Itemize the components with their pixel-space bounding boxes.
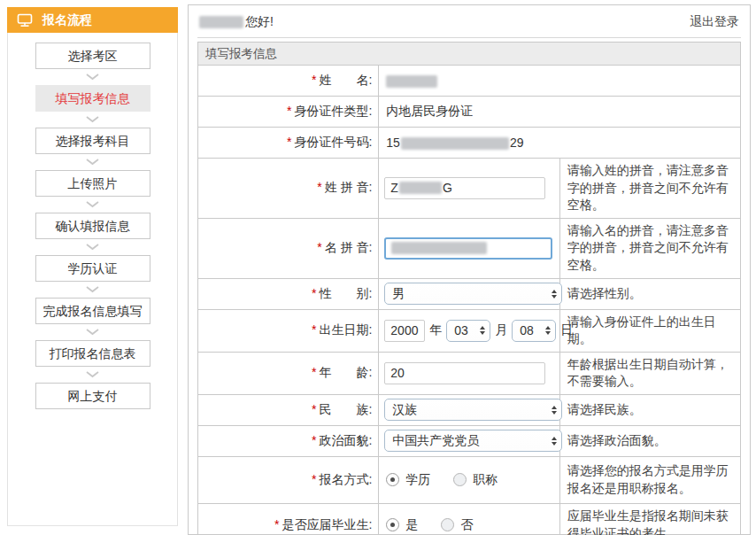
greeting-text: 您好!: [199, 14, 274, 30]
id-type-label: 身份证件类型:: [294, 104, 372, 118]
registration-method-hint: 请选择您的报名方式是用学历报名还是用职称报名。: [559, 456, 740, 503]
required-marker: *: [317, 180, 321, 194]
gender-label: 性 别:: [319, 286, 372, 300]
radio-selected-icon[interactable]: [386, 518, 399, 531]
radio-unselected-icon[interactable]: [453, 473, 467, 486]
age-label: 年 龄:: [319, 365, 372, 379]
required-marker: *: [312, 472, 316, 486]
chevron-down-icon: [86, 239, 99, 255]
ethnicity-hint: 请选择民族。: [559, 394, 740, 425]
political-status-select[interactable]: 中国共产党党员: [384, 430, 562, 452]
birth-month-select[interactable]: 03: [446, 320, 490, 342]
birth-year-input[interactable]: 2000: [384, 320, 425, 342]
redacted-name-value: [386, 75, 437, 88]
age-input[interactable]: 20: [384, 362, 545, 384]
main-panel: 您好! 退出登录 填写报考信息 *姓 名: *身份证件类型: 内地居民身份证 *…: [188, 4, 751, 535]
step-confirm-info[interactable]: 确认填报信息: [35, 213, 150, 239]
step-online-payment[interactable]: 网上支付: [35, 383, 150, 409]
redacted-pinyin: [391, 242, 487, 254]
step-education-verify[interactable]: 学历认证: [35, 255, 150, 282]
table-row: *民 族: 汉族 请选择民族。: [198, 394, 741, 425]
ethnicity-select[interactable]: 汉族: [384, 399, 562, 421]
birth-day-select[interactable]: 08: [512, 320, 556, 342]
step-list: 选择考区 填写报考信息 选择报考科目 上传照片 确认填报信息 学历认证 完成报名…: [8, 33, 177, 409]
logout-link[interactable]: 退出登录: [690, 14, 739, 30]
surname-pinyin-hint: 请输入姓的拼音，请注意多音字的拼音，拼音之间不允许有空格。: [559, 159, 740, 219]
table-row: *政治面貌: 中国共产党党员 请选择政治面貌。: [198, 425, 741, 456]
givenname-pinyin-label: 名 拼 音:: [325, 240, 373, 254]
ethnicity-label: 民 族:: [319, 402, 372, 416]
table-row: *性 别: 男 请选择性别。: [198, 278, 741, 309]
step-select-exam-area[interactable]: 选择考区: [35, 43, 150, 69]
table-row: *是否应届毕业生: 是 否 应届毕业生是指报名期间未获得毕业证书的考生。: [198, 503, 741, 535]
chevron-down-icon: [86, 69, 99, 85]
redacted-user-name: [199, 16, 243, 28]
step-complete-info[interactable]: 完成报名信息填写: [35, 298, 150, 324]
id-type-value: 内地居民身份证: [379, 97, 741, 128]
step-upload-photo[interactable]: 上传照片: [35, 170, 150, 197]
chevron-down-icon: [86, 154, 99, 170]
table-row: *出生日期: 2000年03月08日 请输入身份证件上的出生日期。: [198, 309, 741, 352]
select-stepper-icon: [480, 326, 485, 335]
step-select-subjects[interactable]: 选择报考科目: [35, 128, 150, 154]
fresh-graduate-radio-group: 是 否: [384, 517, 553, 533]
sidebar-header: 报名流程: [7, 7, 178, 33]
radio-unselected-icon[interactable]: [441, 518, 454, 531]
gender-select[interactable]: 男: [384, 283, 562, 305]
chevron-down-icon: [86, 282, 99, 298]
required-marker: *: [287, 104, 291, 118]
step-print-form[interactable]: 打印报名信息表: [35, 340, 150, 367]
table-row: *名 拼 音: 请输入名的拼音，请注意多音字的拼音，拼音之间不允许有空格。: [198, 218, 741, 278]
surname-pinyin-input[interactable]: ZG: [384, 177, 545, 199]
registration-steps-sidebar: 报名流程 选择考区 填写报考信息 选择报考科目 上传照片 确认填报信息 学历认证…: [7, 7, 178, 526]
birthdate-label: 出生日期:: [319, 322, 372, 337]
required-marker: *: [312, 402, 316, 416]
chevron-down-icon: [86, 112, 99, 128]
radio-option-title[interactable]: 职称: [453, 472, 498, 488]
name-label: 姓 名:: [319, 73, 372, 87]
table-row: *年 龄: 20 年龄根据出生日期自动计算，不需要输入。: [198, 352, 741, 394]
step-fill-info[interactable]: 填写报考信息: [35, 85, 150, 112]
select-stepper-icon: [552, 406, 557, 415]
select-stepper-icon: [552, 290, 557, 299]
table-row: *姓 拼 音: ZG 请输入姓的拼音，请注意多音字的拼音，拼音之间不允许有空格。: [198, 159, 741, 219]
radio-option-education[interactable]: 学历: [386, 472, 430, 488]
name-value: [379, 66, 741, 97]
greeting-bar: 您好! 退出登录: [197, 5, 741, 38]
year-unit: 年: [429, 322, 442, 337]
radio-option-yes[interactable]: 是: [386, 517, 418, 533]
chevron-down-icon: [86, 324, 99, 340]
registration-method-radio-group: 学历 职称: [384, 472, 553, 488]
age-hint: 年龄根据出生日期自动计算，不需要输入。: [559, 352, 740, 394]
gender-hint: 请选择性别。: [559, 278, 740, 309]
chevron-down-icon: [86, 197, 99, 213]
required-marker: *: [312, 433, 316, 447]
registration-method-label: 报名方式:: [319, 472, 372, 486]
required-marker: *: [287, 135, 291, 149]
registration-form-table: 填写报考信息 *姓 名: *身份证件类型: 内地居民身份证 *身份证件号码: 1…: [197, 42, 741, 535]
required-marker: *: [312, 322, 316, 337]
table-row: *身份证件类型: 内地居民身份证: [198, 97, 741, 128]
surname-pinyin-label: 姓 拼 音:: [325, 180, 373, 194]
birthdate-hint: 请输入身份证件上的出生日期。: [559, 309, 740, 352]
redacted-pinyin: [399, 182, 442, 194]
required-marker: *: [317, 240, 321, 254]
radio-option-no[interactable]: 否: [441, 517, 473, 533]
id-number-label: 身份证件号码:: [294, 135, 372, 149]
select-stepper-icon: [552, 437, 557, 446]
form-section-title: 填写报考信息: [198, 43, 741, 66]
required-marker: *: [312, 365, 316, 379]
required-marker: *: [312, 73, 316, 87]
month-unit: 月: [495, 322, 507, 337]
id-number-value: 1529: [379, 128, 741, 159]
radio-selected-icon[interactable]: [386, 473, 399, 486]
table-row: *报名方式: 学历 职称 请选择您的报名方式是用学历报名还是用职称报名。: [198, 456, 741, 503]
redacted-id-digits: [401, 137, 509, 150]
required-marker: *: [312, 286, 316, 300]
givenname-pinyin-input[interactable]: [384, 237, 552, 260]
table-row: *身份证件号码: 1529: [198, 128, 741, 159]
fresh-graduate-hint: 应届毕业生是指报名期间未获得毕业证书的考生。: [559, 503, 740, 535]
givenname-pinyin-hint: 请输入名的拼音，请注意多音字的拼音，拼音之间不允许有空格。: [559, 218, 740, 278]
select-stepper-icon: [545, 326, 551, 335]
political-status-label: 政治面貌:: [319, 433, 372, 447]
